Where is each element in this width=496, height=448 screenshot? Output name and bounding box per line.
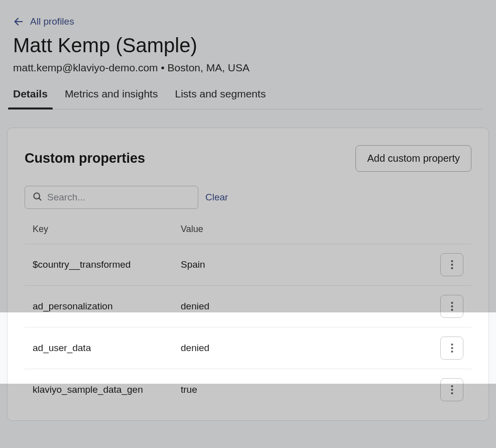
tab-details[interactable]: Details [13, 88, 48, 109]
table-row: $country__transformed Spain [25, 244, 471, 286]
search-icon [32, 191, 42, 203]
property-key: ad_user_data [33, 343, 181, 354]
profile-name: Matt Kemp (Sample) [13, 34, 483, 57]
tabs: Details Metrics and insights Lists and s… [13, 88, 483, 109]
back-link-label: All profiles [30, 16, 74, 27]
property-value: Spain [181, 259, 433, 270]
search-box[interactable] [25, 186, 198, 209]
tab-metrics[interactable]: Metrics and insights [65, 88, 158, 109]
row-actions-button[interactable] [440, 337, 463, 360]
table-header-key: Key [33, 224, 181, 235]
svg-line-2 [39, 198, 41, 200]
svg-point-4 [451, 264, 453, 266]
more-vertical-icon [451, 260, 453, 270]
svg-point-5 [451, 267, 453, 269]
svg-point-3 [451, 260, 453, 262]
svg-point-13 [451, 389, 453, 391]
svg-point-14 [451, 392, 453, 394]
profile-location: Boston, MA, USA [168, 62, 250, 73]
search-input[interactable] [47, 192, 191, 203]
property-value: denied [181, 343, 433, 354]
svg-point-8 [451, 309, 453, 311]
table-row: ad_personalization denied [25, 286, 471, 327]
profile-meta: matt.kemp@klaviyo-demo.com • Boston, MA,… [13, 62, 483, 74]
svg-point-12 [451, 385, 453, 387]
table-row: klaviyo_sample_data_gen true [25, 369, 471, 410]
property-key: klaviyo_sample_data_gen [33, 384, 181, 395]
arrow-left-icon [13, 16, 24, 27]
svg-point-11 [451, 351, 453, 353]
profile-email: matt.kemp@klaviyo-demo.com [13, 62, 158, 73]
more-vertical-icon [451, 385, 453, 395]
add-custom-property-button[interactable]: Add custom property [355, 145, 471, 172]
svg-point-6 [451, 302, 453, 304]
more-vertical-icon [451, 301, 453, 311]
property-key: ad_personalization [33, 301, 181, 312]
svg-point-10 [451, 347, 453, 349]
card-title: Custom properties [25, 151, 145, 166]
back-link[interactable]: All profiles [13, 16, 74, 27]
row-actions-button[interactable] [440, 378, 463, 401]
properties-table: Key Value $country__transformed Spain ad… [25, 224, 471, 410]
property-key: $country__transformed [33, 259, 181, 270]
svg-point-7 [451, 305, 453, 307]
property-value: true [181, 384, 433, 395]
tab-lists[interactable]: Lists and segments [175, 88, 266, 109]
table-row: ad_user_data denied [25, 327, 471, 369]
clear-link[interactable]: Clear [205, 192, 228, 203]
meta-separator: • [158, 62, 168, 73]
table-header: Key Value [25, 224, 471, 244]
svg-point-9 [451, 344, 453, 346]
property-value: denied [181, 301, 433, 312]
custom-properties-card: Custom properties Add custom property Cl… [7, 128, 489, 421]
table-header-value: Value [181, 224, 433, 235]
row-actions-button[interactable] [440, 253, 463, 276]
more-vertical-icon [451, 343, 453, 353]
row-actions-button[interactable] [440, 295, 463, 318]
